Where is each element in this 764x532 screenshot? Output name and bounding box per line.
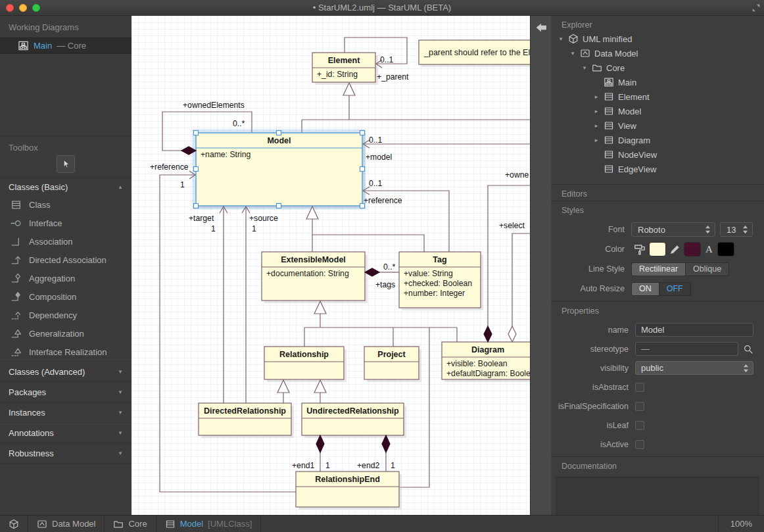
edge-model-generalization-branch-tag[interactable] bbox=[312, 235, 424, 252]
toolbox-section-classes-basic[interactable]: Classes (Basic)▲ bbox=[0, 178, 131, 195]
toolbox-section-robustness[interactable]: Robustness▼ bbox=[0, 443, 131, 463]
uml-class-relationship[interactable]: Relationship bbox=[264, 347, 346, 382]
line-style-rectilinear-button[interactable]: Rectilinear bbox=[631, 262, 686, 276]
zoom-level[interactable]: 100% bbox=[718, 516, 764, 532]
edge-diagram-ownedviews-association[interactable] bbox=[488, 185, 530, 326]
tool-interface[interactable]: Interface bbox=[0, 214, 131, 232]
name-field[interactable]: Model bbox=[635, 323, 753, 337]
isleaf-checkbox[interactable] bbox=[635, 421, 644, 430]
svg-text:ExtensibleModel: ExtensibleModel bbox=[281, 255, 346, 264]
statusbar-path-data-model[interactable]: Data Model bbox=[28, 516, 105, 532]
font-family-select[interactable]: Roboto bbox=[631, 222, 715, 237]
auto-resize-off-button[interactable]: OFF bbox=[659, 282, 691, 296]
tree-item-view[interactable]: ▸View bbox=[551, 118, 764, 133]
minimize-button[interactable] bbox=[19, 4, 27, 12]
working-diagram-label: Main bbox=[34, 41, 52, 51]
uml-note[interactable]: _parent should refer to the El bbox=[419, 40, 530, 67]
statusbar-path-model[interactable]: Model[UMLClass] bbox=[156, 516, 262, 532]
fullscreen-icon[interactable] bbox=[752, 3, 761, 12]
expand-caret-icon: ▼ bbox=[118, 389, 123, 395]
statusbar-scope-button[interactable] bbox=[0, 516, 28, 532]
expander-icon[interactable]: ▾ bbox=[558, 36, 564, 42]
expander-icon[interactable]: ▾ bbox=[581, 64, 588, 71]
uml-class-relationshipend[interactable]: RelationshipEnd bbox=[296, 472, 402, 510]
font-size-select[interactable]: 13 bbox=[720, 222, 753, 237]
tool-association[interactable]: Association bbox=[0, 232, 131, 251]
maximize-button[interactable] bbox=[32, 4, 40, 12]
fill-color-swatch[interactable] bbox=[649, 242, 666, 256]
magnifier-icon[interactable] bbox=[743, 344, 753, 354]
svg-text:Relationship: Relationship bbox=[279, 350, 329, 359]
property-row-isabstract: isAbstract bbox=[551, 380, 753, 394]
tool-class[interactable]: Class bbox=[0, 195, 131, 214]
selection-handle[interactable] bbox=[194, 131, 199, 135]
uml-class-tag[interactable]: Tag+value: String+checked: Boolean+numbe… bbox=[399, 252, 483, 310]
tree-item-core[interactable]: ▾Core bbox=[551, 60, 764, 75]
auto-resize-on-button[interactable]: ON bbox=[631, 282, 659, 296]
uml-class-directedrelationship[interactable]: DirectedRelationship bbox=[199, 403, 294, 438]
tool-aggregation[interactable]: Aggregation bbox=[0, 269, 131, 287]
close-button[interactable] bbox=[6, 4, 14, 12]
expander-icon[interactable]: ▸ bbox=[593, 122, 600, 129]
stereotype-field[interactable]: — bbox=[635, 342, 738, 356]
visibility-select[interactable]: public bbox=[635, 361, 753, 375]
edge-diagram-aggregation-association[interactable] bbox=[512, 233, 530, 326]
tree-item-model[interactable]: ▸Model bbox=[551, 104, 764, 118]
tool-directed-association[interactable]: Directed Association bbox=[0, 251, 131, 269]
tool-generalization[interactable]: Generalization bbox=[0, 324, 131, 343]
uml-class-undirectedrelationship[interactable]: UndirectedRelationship bbox=[302, 403, 406, 438]
working-diagram-main[interactable]: Main — Core bbox=[0, 37, 131, 54]
edge-label: +ownedElements bbox=[183, 101, 245, 110]
editors-header[interactable]: Editors bbox=[551, 185, 764, 201]
uml-class-model[interactable]: Model+name: String bbox=[194, 131, 365, 208]
tree-item-nodeview[interactable]: NodeView bbox=[551, 147, 764, 162]
selection-handle[interactable] bbox=[277, 204, 281, 208]
isfinalspecification-checkbox[interactable] bbox=[635, 402, 644, 411]
uml-class-diagram[interactable]: Diagram+visible: Boolean+defaultDiagram:… bbox=[442, 342, 530, 382]
uml-class-extensiblemodel[interactable]: ExtensibleModel+documentation: String bbox=[262, 252, 368, 303]
svg-text:Element: Element bbox=[328, 56, 360, 65]
selection-handle[interactable] bbox=[360, 167, 365, 172]
properties-header: Properties bbox=[551, 302, 764, 318]
tree-item-uml-minified[interactable]: ▾UML minified bbox=[551, 32, 764, 46]
tree-item-data-model[interactable]: ▾Data Model bbox=[551, 46, 764, 60]
uml-class-element[interactable]: Element+_id: String bbox=[312, 53, 378, 85]
statusbar-path-core[interactable]: Core bbox=[105, 516, 156, 532]
package-icon bbox=[113, 519, 124, 529]
expander-icon[interactable]: ▸ bbox=[593, 108, 600, 114]
selection-handle[interactable] bbox=[360, 131, 365, 135]
expander-icon[interactable]: ▸ bbox=[593, 137, 600, 143]
isactive-checkbox[interactable] bbox=[635, 440, 644, 449]
selection-handle[interactable] bbox=[194, 167, 199, 172]
diagram-canvas[interactable]: Element+_id: StringModel+name: StringExt… bbox=[131, 16, 530, 515]
uml-diagram[interactable]: Element+_id: StringModel+name: StringExt… bbox=[131, 16, 530, 515]
toolbox-section-packages[interactable]: Packages▼ bbox=[0, 381, 131, 402]
selection-handle[interactable] bbox=[360, 204, 365, 208]
tool-interface-realization[interactable]: Interface Realization bbox=[0, 343, 131, 361]
auto-resize-label: Auto Resize bbox=[551, 284, 625, 293]
expander-icon[interactable]: ▾ bbox=[569, 50, 576, 57]
line-style-oblique-button[interactable]: Oblique bbox=[686, 262, 729, 276]
expander-icon[interactable]: ▸ bbox=[593, 93, 600, 100]
select-tool-button[interactable] bbox=[57, 155, 75, 173]
toolbox-section-annotations[interactable]: Annotations▼ bbox=[0, 422, 131, 443]
edge-label: 0..1 bbox=[380, 55, 394, 64]
toolbox-section-classes-advanced[interactable]: Classes (Advanced)▼ bbox=[0, 361, 131, 381]
statusbar: Data ModelCoreModel[UMLClass]100% bbox=[0, 515, 764, 532]
toolbox-section-instances[interactable]: Instances▼ bbox=[0, 402, 131, 422]
color-label: Color bbox=[551, 245, 625, 254]
tree-item-main[interactable]: Main bbox=[551, 75, 764, 89]
documentation-textarea[interactable] bbox=[556, 477, 759, 515]
tool-dependency[interactable]: Dependency bbox=[0, 306, 131, 324]
isabstract-checkbox[interactable] bbox=[635, 383, 644, 392]
selection-handle[interactable] bbox=[194, 204, 199, 208]
tool-composition[interactable]: Composition bbox=[0, 287, 131, 306]
collapse-panel-button[interactable] bbox=[535, 22, 548, 34]
tree-item-element[interactable]: ▸Element bbox=[551, 89, 764, 104]
tree-item-diagram[interactable]: ▸Diagram bbox=[551, 133, 764, 147]
uml-class-project[interactable]: Project bbox=[364, 347, 421, 382]
tree-item-edgeview[interactable]: EdgeView bbox=[551, 162, 764, 176]
line-color-swatch[interactable] bbox=[684, 242, 701, 256]
font-color-swatch[interactable] bbox=[717, 242, 734, 256]
selection-handle[interactable] bbox=[277, 131, 281, 135]
